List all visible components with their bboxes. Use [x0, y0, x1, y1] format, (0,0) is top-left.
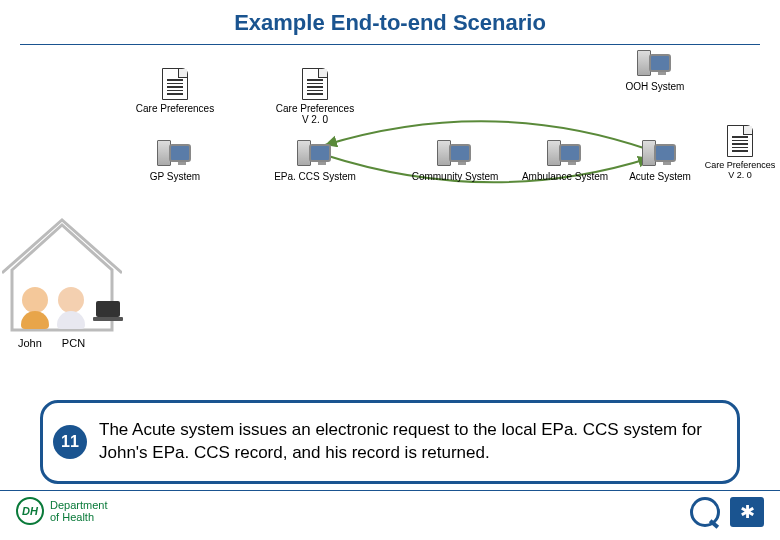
node-care-pref-v2b: Care Preferences V 2. 0: [700, 125, 780, 180]
label-john: John: [18, 337, 42, 349]
divider: [20, 44, 760, 45]
computer-icon: [642, 140, 678, 168]
person-john: [20, 287, 50, 329]
diagram-area: OOH System Care Preferences Care Prefere…: [0, 50, 780, 320]
label-community: Community System: [405, 171, 505, 182]
label-gp: GP System: [140, 171, 210, 182]
computer-icon: [437, 140, 473, 168]
node-ooh: OOH System: [615, 50, 695, 92]
node-epaccs: EPa. CCS System: [265, 140, 365, 182]
q-logo-icon: [690, 497, 720, 527]
dept-line2: of Health: [50, 511, 107, 523]
label-care-pref-v2b: Care Preferences V 2. 0: [700, 160, 780, 180]
computer-icon: [547, 140, 583, 168]
laptop-icon: [92, 301, 120, 329]
avatar-icon: [22, 287, 48, 313]
node-ambulance: Ambulance System: [515, 140, 615, 182]
computer-icon: [297, 140, 333, 168]
step-callout: 11 The Acute system issues an electronic…: [40, 400, 740, 484]
label-ambulance: Ambulance System: [515, 171, 615, 182]
computer-icon: [637, 50, 673, 78]
label-acute: Acute System: [620, 171, 700, 182]
label-care-pref: Care Preferences: [130, 103, 220, 114]
avatar-icon: [58, 287, 84, 313]
computer-icon: [157, 140, 193, 168]
step-number-badge: 11: [53, 425, 87, 459]
step-text: The Acute system issues an electronic re…: [99, 419, 721, 465]
person-pcn: [56, 287, 86, 329]
node-care-pref-v2a: Care Preferences V 2. 0: [265, 68, 365, 125]
house: John PCN: [8, 245, 128, 365]
snowflake-logo-icon: ✱: [730, 497, 764, 527]
dh-logo-icon: DH: [16, 497, 44, 525]
label-pcn: PCN: [62, 337, 85, 349]
node-gp: GP System: [140, 140, 210, 182]
footer-brand: DH Department of Health: [16, 497, 107, 525]
document-icon: [727, 125, 753, 157]
document-icon: [162, 68, 188, 100]
dept-line1: Department: [50, 499, 107, 511]
page-title: Example End-to-end Scenario: [0, 0, 780, 36]
node-care-pref: Care Preferences: [130, 68, 220, 114]
node-acute: Acute System: [620, 140, 700, 182]
footer-logos: ✱: [690, 497, 764, 527]
label-ooh: OOH System: [615, 81, 695, 92]
document-icon: [302, 68, 328, 100]
node-community: Community System: [405, 140, 505, 182]
label-epaccs: EPa. CCS System: [265, 171, 365, 182]
label-care-pref-v2a: Care Preferences V 2. 0: [265, 103, 365, 125]
footer: DH Department of Health ✱: [0, 490, 780, 534]
